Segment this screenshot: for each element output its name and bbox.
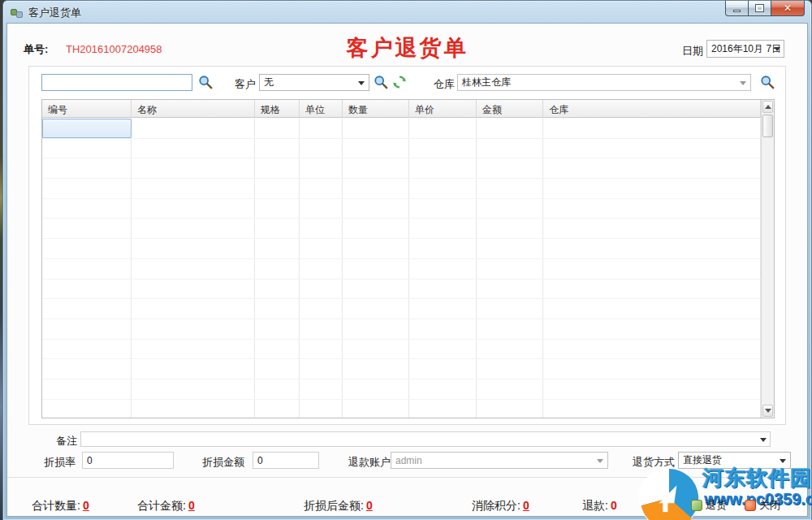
column-header-2[interactable]: 名称: [132, 100, 255, 117]
close-form-button[interactable]: 关闭: [745, 498, 780, 513]
vertical-scrollbar[interactable]: [761, 100, 774, 418]
column-header-1[interactable]: 编号: [42, 100, 132, 117]
table-cell[interactable]: [132, 340, 255, 359]
table-cell[interactable]: [543, 280, 761, 299]
table-cell[interactable]: [300, 400, 343, 418]
table-cell[interactable]: [343, 299, 409, 318]
table-row[interactable]: [42, 179, 761, 199]
table-cell[interactable]: [132, 158, 255, 178]
table-cell[interactable]: [409, 379, 477, 399]
loss-amount-input[interactable]: 0: [253, 452, 319, 469]
loss-rate-input[interactable]: 0: [82, 452, 174, 469]
table-cell[interactable]: [409, 239, 477, 258]
table-cell[interactable]: [477, 299, 543, 318]
table-cell[interactable]: [42, 319, 132, 339]
table-row[interactable]: [42, 379, 761, 400]
table-cell[interactable]: [132, 280, 255, 299]
refresh-icon[interactable]: [392, 75, 407, 89]
table-cell[interactable]: [255, 119, 300, 138]
remark-input[interactable]: [80, 431, 771, 447]
table-cell[interactable]: [300, 199, 343, 219]
table-row[interactable]: [42, 158, 761, 179]
column-header-8[interactable]: 仓库: [543, 100, 761, 117]
table-cell[interactable]: [477, 280, 543, 299]
table-cell[interactable]: [477, 400, 543, 418]
table-cell[interactable]: [42, 400, 132, 418]
table-cell[interactable]: [543, 119, 761, 138]
table-cell[interactable]: [255, 299, 300, 318]
table-cell[interactable]: [343, 139, 409, 158]
table-cell[interactable]: [300, 139, 343, 158]
table-cell[interactable]: [132, 139, 255, 158]
table-cell[interactable]: [255, 319, 300, 339]
table-cell[interactable]: [300, 239, 343, 258]
table-cell[interactable]: [132, 359, 255, 379]
table-cell[interactable]: [255, 359, 300, 379]
table-cell[interactable]: [42, 340, 132, 359]
table-row[interactable]: [42, 139, 761, 159]
table-cell[interactable]: [300, 379, 343, 399]
table-cell[interactable]: [477, 340, 543, 359]
table-cell[interactable]: [409, 319, 477, 339]
table-cell[interactable]: [255, 280, 300, 299]
table-cell[interactable]: [409, 340, 477, 359]
table-cell[interactable]: [543, 259, 761, 279]
table-cell[interactable]: [300, 340, 343, 359]
table-cell[interactable]: [300, 280, 343, 299]
scroll-down-button[interactable]: [762, 405, 773, 417]
customer-select[interactable]: 无: [259, 74, 369, 91]
table-cell[interactable]: [477, 119, 543, 138]
table-cell[interactable]: [477, 359, 543, 379]
date-picker[interactable]: 2016年10月 7日: [706, 40, 784, 58]
table-row[interactable]: [42, 259, 761, 280]
table-row[interactable]: [42, 359, 761, 379]
table-cell[interactable]: [477, 199, 543, 219]
table-cell[interactable]: [477, 239, 543, 258]
table-cell[interactable]: [132, 259, 255, 279]
table-cell[interactable]: [409, 280, 477, 299]
table-cell[interactable]: [409, 219, 477, 238]
search-icon[interactable]: [198, 75, 213, 89]
table-cell[interactable]: [42, 299, 132, 318]
table-cell[interactable]: [543, 340, 761, 359]
table-row[interactable]: [42, 219, 761, 239]
warehouse-search-icon[interactable]: [760, 75, 775, 89]
table-cell[interactable]: [543, 199, 761, 219]
table-cell[interactable]: [255, 179, 300, 198]
scrollbar-thumb[interactable]: [762, 115, 773, 137]
table-cell[interactable]: [477, 219, 543, 238]
table-row[interactable]: [42, 199, 761, 219]
table-cell[interactable]: [543, 400, 761, 418]
table-cell[interactable]: [300, 259, 343, 279]
warehouse-select[interactable]: 桂林主仓库: [457, 74, 751, 91]
table-cell[interactable]: [42, 359, 132, 379]
table-cell[interactable]: [132, 319, 255, 339]
table-cell[interactable]: [343, 319, 409, 339]
table-cell[interactable]: [543, 359, 761, 379]
table-cell[interactable]: [132, 239, 255, 258]
table-cell[interactable]: [255, 199, 300, 219]
selected-cell[interactable]: [42, 119, 132, 138]
table-cell[interactable]: [343, 179, 409, 198]
table-cell[interactable]: [343, 119, 409, 138]
table-cell[interactable]: [343, 400, 409, 418]
column-header-5[interactable]: 数量: [343, 100, 409, 117]
table-cell[interactable]: [132, 299, 255, 318]
table-cell[interactable]: [132, 199, 255, 219]
table-cell[interactable]: [343, 239, 409, 258]
table-cell[interactable]: [300, 359, 343, 379]
table-cell[interactable]: [300, 299, 343, 318]
table-row[interactable]: [42, 400, 761, 418]
titlebar[interactable]: 客户退货单 ✕: [3, 1, 811, 23]
table-cell[interactable]: [255, 239, 300, 258]
minimize-button[interactable]: [725, 1, 749, 16]
table-cell[interactable]: [42, 239, 132, 258]
table-cell[interactable]: [300, 179, 343, 198]
table-row[interactable]: [42, 280, 761, 300]
table-cell[interactable]: [477, 139, 543, 158]
table-row[interactable]: [42, 340, 761, 360]
table-cell[interactable]: [343, 259, 409, 279]
table-cell[interactable]: [300, 219, 343, 238]
table-cell[interactable]: [409, 400, 477, 418]
table-cell[interactable]: [300, 158, 343, 178]
